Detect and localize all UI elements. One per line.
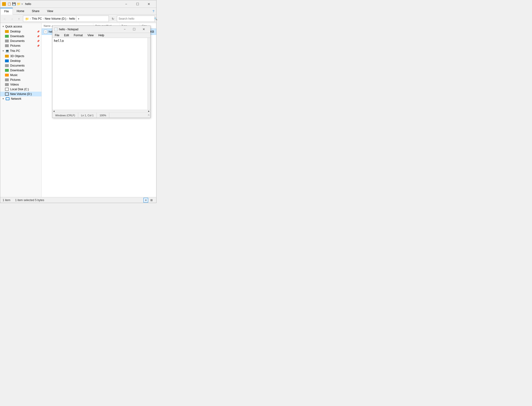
sidebar-item-music[interactable]: Music xyxy=(0,73,42,78)
notepad-minimize-button[interactable]: − xyxy=(120,26,129,33)
notepad-textarea[interactable]: hello xyxy=(52,38,148,110)
sidebar-item-desktop-quick[interactable]: Desktop 📌 xyxy=(0,29,42,34)
chevron-icon: ▼ xyxy=(2,50,4,52)
folder-icon xyxy=(5,44,9,47)
sidebar-item-videos[interactable]: Videos xyxy=(0,82,42,87)
address-dropdown-button[interactable]: ▾ xyxy=(76,16,81,22)
folder-icon xyxy=(5,83,9,86)
back-button[interactable]: ← xyxy=(2,16,8,22)
help-icon[interactable]: ? xyxy=(151,8,156,14)
search-box[interactable]: 🔍 xyxy=(117,16,155,22)
notepad-maximize-button[interactable]: ☐ xyxy=(129,26,139,33)
chevron-icon: ▼ xyxy=(2,25,4,28)
notepad-menu-bar: File Edit Format View Help xyxy=(52,33,150,38)
menu-item-file[interactable]: File xyxy=(52,33,62,38)
sidebar-item-pictures-pc[interactable]: Pictures xyxy=(0,78,42,82)
network-icon xyxy=(6,97,9,100)
explorer-title: hello xyxy=(25,2,121,6)
details-view-button[interactable]: ≡ xyxy=(143,198,148,203)
path-hello[interactable]: hello xyxy=(69,17,75,20)
search-input[interactable] xyxy=(118,17,154,20)
sidebar-item-downloads-quick[interactable]: Downloads 📌 xyxy=(0,34,42,39)
up-button[interactable]: ↑ xyxy=(16,16,22,22)
path-new-volume[interactable]: New Volume (D:) xyxy=(45,17,66,20)
folder-icon xyxy=(5,74,9,77)
explorer-window-icon xyxy=(2,2,6,6)
menu-item-view[interactable]: View xyxy=(85,33,96,38)
sidebar-item-label: Desktop xyxy=(10,59,21,63)
refresh-button[interactable]: ↻ xyxy=(110,16,116,22)
explorer-maximize-button[interactable]: ☐ xyxy=(132,0,143,8)
notepad-horizontal-scrollbar[interactable]: ◀ ▶ xyxy=(52,110,150,113)
folder-icon-small: 📁 xyxy=(25,17,29,21)
explorer-close-button[interactable]: ✕ xyxy=(143,0,154,8)
path-sep3: › xyxy=(67,17,68,20)
sidebar-item-label: Documents xyxy=(10,39,25,43)
menu-item-help[interactable]: Help xyxy=(96,33,107,38)
sidebar-item-pictures-quick[interactable]: Pictures 📌 xyxy=(0,43,42,48)
chevron-icon: ▼ xyxy=(2,98,4,100)
item-count: 1 item xyxy=(3,198,10,202)
text-file-icon: ≡ xyxy=(44,30,47,34)
forward-button[interactable]: → xyxy=(9,16,15,22)
position-label: Ln 1, Col 1 xyxy=(81,114,94,117)
sidebar-item-label: 3D Objects xyxy=(10,54,24,58)
menu-item-edit[interactable]: Edit xyxy=(62,33,71,38)
qat-icon1: 📋 xyxy=(7,2,11,6)
path-this-pc[interactable]: This PC xyxy=(32,17,42,20)
notepad-window-controls: − ☐ ✕ xyxy=(120,26,148,33)
sidebar-item-new-volume[interactable]: New Volume (D:) xyxy=(0,92,42,96)
sidebar-item-documents-quick[interactable]: Documents 📌 xyxy=(0,39,42,43)
sidebar-section-this-pc[interactable]: ▼ 💻 This PC xyxy=(0,48,42,54)
sidebar: ▼ Quick access Desktop 📌 Downloads 📌 Doc… xyxy=(0,23,42,197)
zoom-label: 100% xyxy=(100,114,106,117)
quick-access-label: Quick access xyxy=(5,25,22,28)
sidebar-item-label: Documents xyxy=(10,64,25,67)
sidebar-item-documents-pc[interactable]: Documents xyxy=(0,63,42,68)
sidebar-item-3d-objects[interactable]: 3D Objects xyxy=(0,54,42,58)
selected-info: 1 item selected 5 bytes xyxy=(15,198,44,202)
sidebar-item-label: Local Disk (C:) xyxy=(10,88,29,91)
sidebar-item-label: Music xyxy=(10,73,18,77)
tab-home[interactable]: Home xyxy=(13,8,28,14)
status-bar: 1 item 1 item selected 5 bytes ≡ ⊞ xyxy=(0,197,156,203)
scroll-right-icon: ▶ xyxy=(148,110,150,113)
sidebar-item-downloads-pc[interactable]: Downloads xyxy=(0,68,42,73)
resize-grip-icon: ⇱ xyxy=(148,114,150,116)
folder-icon xyxy=(5,55,9,58)
disk-icon xyxy=(5,88,9,91)
this-pc-label: This PC xyxy=(10,49,20,53)
menu-item-format[interactable]: Format xyxy=(71,33,85,38)
notepad-zoom: 100% xyxy=(97,113,109,118)
explorer-title-bar: 📋 💾 📁 ▾ hello − ☐ ✕ xyxy=(0,0,156,8)
folder-icon xyxy=(5,35,9,38)
qat-dropdown[interactable]: ▾ xyxy=(22,3,23,5)
folder-icon xyxy=(5,30,9,33)
this-pc-icon: 💻 xyxy=(5,49,9,53)
sidebar-item-desktop-pc[interactable]: Desktop xyxy=(0,58,42,63)
notepad-title-bar: 📄 hello - Notepad − ☐ ✕ xyxy=(52,26,150,33)
qat-icon3: 📁 xyxy=(17,2,21,6)
sidebar-item-local-disk[interactable]: Local Disk (C:) xyxy=(0,87,42,92)
sidebar-item-label: New Volume (D:) xyxy=(10,92,32,96)
sidebar-item-network[interactable]: ▼ Network xyxy=(0,96,42,101)
sidebar-section-quick-access[interactable]: ▼ Quick access xyxy=(0,24,42,29)
ribbon-tab-bar: File Home Share View ? xyxy=(0,8,156,15)
sidebar-item-label: Pictures xyxy=(10,78,20,81)
notepad-vertical-scrollbar[interactable] xyxy=(148,38,150,110)
folder-icon xyxy=(5,78,9,81)
pin-icon: 📌 xyxy=(37,35,40,38)
scroll-left-icon: ◀ xyxy=(52,110,55,113)
notepad-content-area: hello xyxy=(52,38,150,110)
sidebar-item-label: Pictures xyxy=(10,44,20,47)
explorer-minimize-button[interactable]: − xyxy=(121,0,132,8)
large-icons-view-button[interactable]: ⊞ xyxy=(149,198,154,203)
address-path-bar[interactable]: 📁 › This PC › New Volume (D:) › hello ▾ xyxy=(23,16,109,22)
address-bar: ← → ↑ 📁 › This PC › New Volume (D:) › he… xyxy=(0,15,156,23)
disk-icon xyxy=(5,92,9,96)
notepad-close-button[interactable]: ✕ xyxy=(139,26,148,33)
tab-view[interactable]: View xyxy=(43,8,57,14)
qat-icon2: 💾 xyxy=(12,2,16,6)
tab-share[interactable]: Share xyxy=(28,8,43,14)
tab-file[interactable]: File xyxy=(0,8,13,15)
